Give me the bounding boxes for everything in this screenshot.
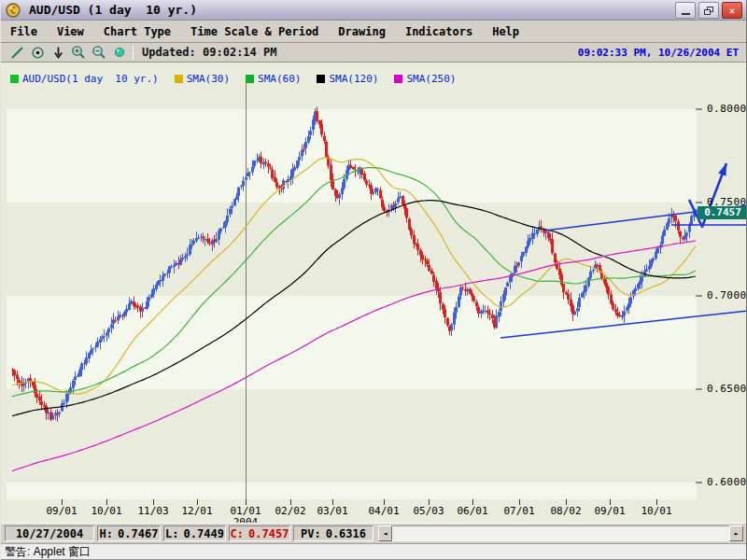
x-axis-label: 05/03 (413, 505, 444, 517)
legend-item-price: AUD/USD(1 day 10 yr.) (10, 73, 159, 85)
close-button[interactable]: ✕ (722, 2, 742, 19)
applet-warning-bar: 警告: Applet 窗口 (1, 543, 746, 560)
applet-warning-text: 警告: Applet 窗口 (5, 544, 91, 560)
y-axis-label: 0.6000 (707, 476, 747, 488)
zoom-in-icon[interactable] (68, 44, 89, 61)
chart-canvas[interactable] (1, 63, 747, 523)
menu-time-scale-period[interactable]: Time Scale & Period (190, 25, 318, 38)
server-clock: 09:02:33 PM, 10/26/2004 ET (578, 47, 739, 59)
app-coin-icon (6, 3, 21, 18)
legend-item-sma30: SMA(30) (175, 73, 230, 85)
chart-legend: AUD/USD(1 day 10 yr.) SMA(30) SMA(60) SM… (10, 73, 456, 85)
last-price-tag: 0.7457 (698, 206, 747, 219)
legend-item-sma60: SMA(60) (246, 73, 301, 85)
legend-swatch (10, 75, 19, 83)
updated-timestamp: Updated: 09:02:14 PM (142, 46, 277, 59)
minimize-button[interactable] (675, 2, 696, 19)
x-axis-label: 04/01 (368, 505, 399, 517)
horizontal-scrollbar: ◄ ► (378, 525, 743, 541)
status-date: 10/27/2004 (5, 525, 94, 541)
legend-swatch (246, 75, 254, 83)
menu-chart-type[interactable]: Chart Type (104, 25, 171, 38)
x-axis-label: 08/02 (550, 505, 581, 517)
menu-view[interactable]: View (57, 25, 84, 38)
zoom-out-icon[interactable] (89, 44, 109, 61)
y-axis-label: 0.6500 (707, 383, 747, 395)
menu-help[interactable]: Help (492, 25, 519, 38)
x-axis-label: 12/01 (181, 505, 212, 517)
menu-indicators[interactable]: Indicators (405, 25, 472, 38)
scroll-left-button[interactable]: ◄ (378, 525, 392, 541)
x-axis-label: 09/01 (594, 505, 625, 517)
x-axis-label: 03/01 (317, 505, 347, 517)
legend-swatch (317, 75, 325, 83)
chart-panel: AUD/USD(1 day 10 yr.) SMA(30) SMA(60) SM… (1, 63, 746, 523)
legend-swatch (175, 75, 183, 83)
tool-bar: Updated: 09:02:14 PM 09:02:33 PM, 10/26/… (1, 43, 746, 63)
x-axis-label: 09/01 (46, 505, 77, 517)
legend-swatch (394, 75, 402, 83)
menu-file[interactable]: File (10, 25, 37, 38)
x-axis-label: 11/03 (137, 505, 168, 517)
x-axis-label: 10/01 (91, 505, 121, 517)
x-axis-label: 02/02 (275, 505, 305, 517)
x-axis-label: 07/01 (503, 505, 534, 517)
scroll-track[interactable] (392, 525, 729, 541)
legend-item-sma120: SMA(120) (317, 73, 378, 85)
line-tool-icon[interactable] (7, 44, 27, 61)
app-window: AUD/USD (1 day 10 yr.) ✕ File View Chart… (0, 0, 747, 560)
y-axis-label: 0.8000 (707, 103, 747, 115)
dot-marker-icon[interactable] (27, 44, 48, 61)
x-axis-label: 06/01 (457, 505, 487, 517)
menu-drawing[interactable]: Drawing (338, 25, 386, 38)
window-title: AUD/USD (1 day 10 yr.) (29, 3, 197, 17)
title-bar: AUD/USD (1 day 10 yr.) ✕ (1, 0, 746, 21)
legend-item-sma250: SMA(250) (394, 73, 456, 85)
status-close: C:0.7457 (229, 525, 290, 541)
status-high: H:0.7467 (97, 525, 161, 541)
down-arrow-icon[interactable] (48, 44, 68, 61)
scroll-right-button[interactable]: ► (729, 525, 743, 541)
status-low: L:0.7449 (163, 525, 226, 541)
minimize-icon (682, 12, 690, 15)
status-ball-icon[interactable] (109, 44, 130, 61)
restore-icon (704, 7, 713, 15)
close-icon: ✕ (729, 5, 736, 17)
x-axis-label: 10/01 (641, 505, 671, 517)
status-bar: 10/27/2004 H:0.7467 L:0.7449 C:0.7457 PV… (1, 523, 746, 543)
y-axis-label: 0.7000 (707, 289, 747, 301)
restore-button[interactable] (698, 2, 719, 19)
menu-bar: File View Chart Type Time Scale & Period… (1, 21, 746, 43)
toolbar-separator (133, 46, 134, 60)
status-pivot: PV:0.6316 (293, 525, 374, 541)
